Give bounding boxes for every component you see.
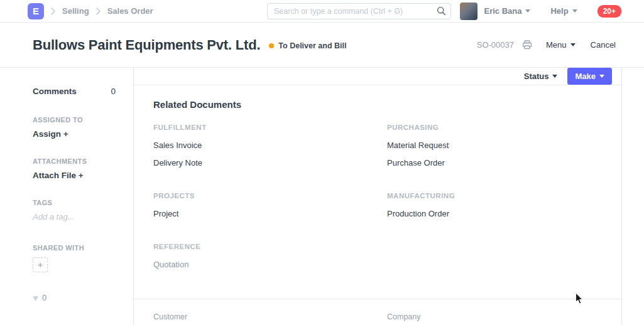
top-navbar: E Selling Sales Order Eric Bana Help 20+ [0, 0, 644, 23]
heart-icon[interactable]: ♥ [33, 292, 38, 303]
search-icon[interactable] [437, 6, 446, 18]
search-input[interactable] [267, 3, 451, 19]
status-label: Status [524, 72, 549, 81]
like-section: ♥ 0 [33, 292, 116, 303]
content-area: Comments 0 ASSIGNED TO Assign + ATTACHME… [0, 68, 644, 325]
cancel-button[interactable]: Cancel [591, 40, 616, 50]
related-documents-title: Related Documents [153, 99, 621, 110]
notifications-badge[interactable]: 20+ [598, 5, 621, 18]
related-documents-grid: FULFILLMENT Sales Invoice Delivery Note … [153, 124, 621, 294]
manufacturing-label: MANUFACTURING [387, 192, 621, 200]
chevron-down-icon [599, 75, 604, 78]
attachments-label: ATTACHMENTS [33, 157, 116, 165]
project-link[interactable]: Project [153, 209, 178, 218]
comments-label: Comments [33, 87, 77, 96]
delivery-note-link[interactable]: Delivery Note [153, 158, 202, 168]
shared-with-label: SHARED WITH [33, 244, 116, 252]
customer-label: Customer [153, 312, 387, 321]
assign-button[interactable]: Assign + [33, 129, 116, 139]
manufacturing-section: MANUFACTURING Production Order [387, 192, 621, 226]
print-icon[interactable] [522, 40, 532, 50]
user-name: Eric Bana [484, 6, 521, 16]
breadcrumb-selling[interactable]: Selling [62, 6, 89, 16]
material-request-link[interactable]: Material Request [387, 141, 449, 150]
related-documents-area: Related Documents FULFILLMENT Sales Invo… [134, 85, 621, 294]
page-title: Bullows Paint Equipments Pvt. Ltd. [33, 37, 260, 53]
status-indicator: To Deliver and Bill [269, 41, 346, 50]
add-tag-input[interactable]: Add a tag... [33, 212, 116, 221]
attach-file-button[interactable]: Attach File + [33, 171, 116, 180]
status-dot-icon [269, 43, 274, 48]
company-label: Company [387, 312, 621, 321]
assigned-to-section: ASSIGNED TO Assign + [33, 116, 116, 139]
menu-label: Menu [546, 40, 567, 50]
share-add-button[interactable]: + [33, 257, 48, 272]
page-header: Bullows Paint Equipments Pvt. Ltd. To De… [0, 23, 644, 68]
breadcrumb-chevron-icon [50, 7, 56, 16]
tags-label: TAGS [33, 199, 116, 206]
shared-with-section: SHARED WITH + [33, 244, 116, 272]
global-search [267, 3, 451, 19]
chevron-down-icon [525, 9, 530, 13]
company-field: Company Baba Services [387, 312, 621, 325]
purchasing-label: PURCHASING [387, 124, 621, 131]
reference-label: REFERENCE [153, 243, 387, 250]
fulfillment-section: FULFILLMENT Sales Invoice Delivery Note [153, 124, 387, 176]
projects-section: PROJECTS Project [153, 192, 387, 226]
navbar-right: Eric Bana Help 20+ [460, 3, 621, 20]
projects-label: PROJECTS [153, 192, 387, 200]
user-avatar[interactable] [460, 3, 478, 20]
make-label: Make [575, 72, 596, 81]
assigned-to-label: ASSIGNED TO [33, 116, 116, 124]
tags-section: TAGS Add a tag... [33, 199, 116, 221]
like-count: 0 [42, 293, 46, 302]
make-dropdown-button[interactable]: Make [567, 68, 612, 85]
fulfillment-label: FULFILLMENT [153, 124, 387, 131]
customer-field: Customer Bullows Paint Equipments Pvt. L… [153, 312, 387, 325]
comments-count: 0 [111, 87, 116, 96]
attachments-section: ATTACHMENTS Attach File + [33, 157, 116, 180]
fields-grid: Customer Bullows Paint Equipments Pvt. L… [153, 312, 621, 325]
production-order-link[interactable]: Production Order [387, 209, 449, 218]
comments-link[interactable]: Comments 0 [33, 87, 116, 96]
document-id: SO-00037 [477, 40, 514, 50]
reference-section: REFERENCE Quotation [153, 243, 387, 277]
form-sidebar: Comments 0 ASSIGNED TO Assign + ATTACHME… [0, 68, 134, 325]
quotation-link[interactable]: Quotation [153, 260, 188, 269]
status-dropdown[interactable]: Status [524, 72, 558, 81]
form-toolbar: Status Make [134, 68, 621, 85]
help-menu[interactable]: Help [550, 6, 577, 16]
purchasing-section: PURCHASING Material Request Purchase Ord… [387, 124, 621, 176]
status-indicator-label: To Deliver and Bill [278, 41, 346, 50]
menu-dropdown[interactable]: Menu [546, 40, 576, 50]
form-main: Status Make Related Documents FULFILLMEN… [134, 68, 622, 325]
chevron-down-icon [552, 75, 557, 78]
app-logo[interactable]: E [28, 3, 44, 19]
breadcrumb-chevron-icon [96, 7, 101, 16]
user-menu[interactable]: Eric Bana [484, 6, 530, 16]
form-fields-section: Customer Bullows Paint Equipments Pvt. L… [134, 299, 621, 325]
page-header-actions: SO-00037 Menu Cancel [477, 40, 616, 50]
help-label: Help [550, 6, 568, 16]
empty-cell [387, 243, 621, 294]
breadcrumb-sales-order[interactable]: Sales Order [107, 6, 153, 16]
purchase-order-link[interactable]: Purchase Order [387, 158, 445, 168]
chevron-down-icon [572, 9, 577, 13]
sales-invoice-link[interactable]: Sales Invoice [153, 141, 202, 150]
chevron-down-icon [570, 43, 576, 46]
